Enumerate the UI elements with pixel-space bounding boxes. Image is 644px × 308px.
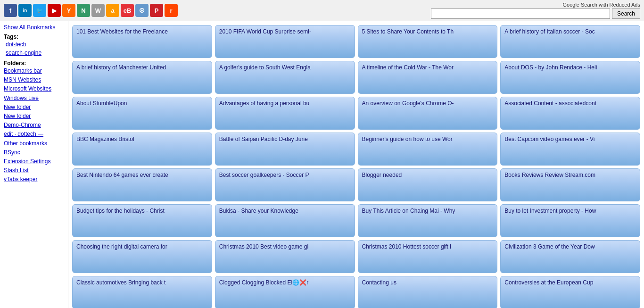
facebook-icon[interactable]: f xyxy=(4,4,17,17)
folders-list: Bookmarks barMSN WebsitesMicrosoft Websi… xyxy=(4,67,64,184)
content-area: 101 Best Websites for the Freelance2010 … xyxy=(68,21,644,308)
bookmark-tile[interactable]: A brief history of Italian soccer - Soc xyxy=(500,25,640,58)
bookmark-title: 2010 FIFA World Cup Surprise semi- xyxy=(219,28,311,36)
sidebar-folder[interactable]: Stash List xyxy=(4,166,64,175)
sidebar-folder[interactable]: Windows Live xyxy=(4,94,64,103)
wikipedia-icon[interactable]: W xyxy=(91,4,105,17)
bookmark-tile[interactable]: 5 Sites to Share Your Contents to Th xyxy=(358,25,498,58)
main-layout: Show All Bookmarks Tags: dot-techsearch-… xyxy=(0,21,644,308)
bookmark-title: Books Reviews Review Stream.com xyxy=(504,172,595,179)
tags-list: dot-techsearch-engine xyxy=(4,40,64,57)
bookmark-title: Best Capcom video games ever - Vi xyxy=(504,136,594,143)
bookmark-tile[interactable]: An overview on Google's Chrome O- xyxy=(358,97,498,130)
sidebar-folder[interactable]: MSN Websites xyxy=(4,75,64,84)
bookmark-title: Blogger needed xyxy=(362,172,402,179)
sidebar-folder[interactable]: New folder xyxy=(4,112,64,121)
bookmark-tile[interactable]: Bukisa - Share your Knowledge xyxy=(215,204,355,237)
search-label: Google Search with Reduced Ads xyxy=(563,2,641,8)
bookmark-title: BBC Magazines Bristol xyxy=(76,136,134,143)
bookmark-title: Best soccer goalkeepers - Soccer P xyxy=(219,172,309,179)
bookmark-tile[interactable]: Blogger needed xyxy=(358,168,498,201)
bookmark-tile[interactable]: Contacting us xyxy=(358,276,498,308)
bookmark-tile[interactable]: Choosing the right digital camera for xyxy=(72,240,212,273)
bookmark-tile[interactable]: Best soccer goalkeepers - Soccer P xyxy=(215,168,355,201)
sidebar: Show All Bookmarks Tags: dot-techsearch-… xyxy=(0,21,68,308)
bookmark-tile[interactable]: A brief history of Manchester United xyxy=(72,61,212,94)
bookmark-tile[interactable]: Best Capcom video games ever - Vi xyxy=(500,133,640,166)
search-input[interactable] xyxy=(431,8,610,19)
bookmark-title: Advantages of having a personal bu xyxy=(219,100,309,108)
bookmark-tile[interactable]: Controversies at the European Cup xyxy=(500,276,640,308)
sidebar-tag-search-engine[interactable]: search-engine xyxy=(6,49,64,57)
bookmark-title: Best Nintendo 64 games ever create xyxy=(76,172,168,179)
bookmark-title: Budget tips for the holidays - Christ xyxy=(76,208,165,215)
bookmark-tile[interactable]: Beginner's guide on how to use Wor xyxy=(358,133,498,166)
ebay-icon[interactable]: eB xyxy=(121,4,134,17)
sidebar-tag-dot-tech[interactable]: dot-tech xyxy=(6,40,64,49)
bookmark-title: Bukisa - Share your Knowledge xyxy=(219,208,298,215)
sidebar-folder[interactable]: Bookmarks bar xyxy=(4,67,64,75)
bookmark-title: Choosing the right digital camera for xyxy=(76,243,167,251)
bookmark-title: About StumbleUpon xyxy=(76,100,127,108)
bookmark-title: A brief history of Manchester United xyxy=(76,64,166,72)
bookmark-tile[interactable]: 101 Best Websites for the Freelance xyxy=(72,25,212,58)
bookmark-tile[interactable]: 2010 FIFA World Cup Surprise semi- xyxy=(215,25,355,58)
bookmark-tile[interactable]: Classic automotives Bringing back t xyxy=(72,276,212,308)
bookmark-tile[interactable]: Christmas 2010 Hottest soccer gift i xyxy=(358,240,498,273)
bookmark-title: Controversies at the European Cup xyxy=(504,279,593,287)
bookmark-tile[interactable]: Clogged Clogging Blocked Ei🌐❌r xyxy=(215,276,355,308)
twitter-icon[interactable]: 🐦 xyxy=(33,4,46,17)
bookmark-tile[interactable]: Budget tips for the holidays - Christ xyxy=(72,204,212,237)
bookmark-tile[interactable]: A golfer's guide to South West Engla xyxy=(215,61,355,94)
bookmark-title: Christmas 2010 Hottest soccer gift i xyxy=(362,243,451,251)
bookmark-tile[interactable]: Best Nintendo 64 games ever create xyxy=(72,168,212,201)
bookmark-title: 5 Sites to Share Your Contents to Th xyxy=(362,28,454,36)
sidebar-folder[interactable]: edit · dottech — xyxy=(4,130,64,139)
reddit-icon[interactable]: r xyxy=(165,4,178,17)
sidebar-folder[interactable]: Microsoft Websites xyxy=(4,84,64,93)
tags-label: Tags: xyxy=(4,33,18,40)
social-icons-container: fin🐦▶YNWaeB☮Pr xyxy=(4,4,178,17)
pinterest-icon[interactable]: P xyxy=(150,4,163,17)
amazon-icon[interactable]: a xyxy=(106,4,119,17)
folders-label: Folders: xyxy=(4,60,64,67)
bookmark-tile[interactable]: Christmas 2010 Best video game gi xyxy=(215,240,355,273)
bookmarks-grid: 101 Best Websites for the Freelance2010 … xyxy=(72,25,640,308)
hackernews-icon[interactable]: Y xyxy=(62,4,75,17)
bookmark-title: Civilization 3 Game of the Year Dow xyxy=(504,243,594,251)
bookmark-tile[interactable]: Buy to let Investment property - How xyxy=(500,204,640,237)
bookmark-tile[interactable]: Associated Content - associatedcont xyxy=(500,97,640,130)
bookmark-tile[interactable]: Advantages of having a personal bu xyxy=(215,97,355,130)
bookmark-title: An overview on Google's Chrome O- xyxy=(362,100,454,108)
sidebar-folder[interactable]: Other bookmarks xyxy=(4,139,64,148)
bookmark-title: 101 Best Websites for the Freelance xyxy=(76,28,168,36)
show-all-bookmarks-link[interactable]: Show All Bookmarks xyxy=(4,24,64,31)
sidebar-folder[interactable]: Demo-Chrome xyxy=(4,121,64,130)
bookmark-title: A brief history of Italian soccer - Soc xyxy=(504,28,594,36)
bookmark-tile[interactable]: Civilization 3 Game of the Year Dow xyxy=(500,240,640,273)
sidebar-folder[interactable]: BSync xyxy=(4,148,64,157)
linkedin-icon[interactable]: in xyxy=(18,4,32,17)
youtube-icon[interactable]: ▶ xyxy=(48,4,61,17)
newsvine-icon[interactable]: N xyxy=(77,4,90,17)
bookmark-tile[interactable]: Books Reviews Review Stream.com xyxy=(500,168,640,201)
bookmark-title: Buy This Article on Chaing Mai - Why xyxy=(362,208,455,215)
search-row: Search xyxy=(431,8,640,19)
sidebar-folder[interactable]: New folder xyxy=(4,103,64,112)
bookmark-title: Classic automotives Bringing back t xyxy=(76,279,165,287)
bookmark-tile[interactable]: About DOS - by John Rendace - Heli xyxy=(500,61,640,94)
search-area: Google Search with Reduced Ads Search xyxy=(431,2,640,19)
bookmark-tile[interactable]: A timeline of the Cold War - The Wor xyxy=(358,61,498,94)
bookmark-title: Battle of Saipan Pacific D-day June xyxy=(219,136,308,143)
bookmark-tile[interactable]: Buy This Article on Chaing Mai - Why xyxy=(358,204,498,237)
bookmark-tile[interactable]: Battle of Saipan Pacific D-day June xyxy=(215,133,355,166)
bookmark-title: Buy to let Investment property - How xyxy=(504,208,596,215)
sidebar-folder[interactable]: vTabs keeper xyxy=(4,175,64,184)
sidebar-folder[interactable]: Extension Settings xyxy=(4,157,64,166)
bookmark-tile[interactable]: About StumbleUpon xyxy=(72,97,212,130)
peace-icon[interactable]: ☮ xyxy=(135,4,149,17)
bookmark-title: A timeline of the Cold War - The Wor xyxy=(362,64,454,72)
search-button[interactable]: Search xyxy=(612,8,640,19)
bookmark-title: Clogged Clogging Blocked Ei🌐❌r xyxy=(219,279,308,287)
bookmark-tile[interactable]: BBC Magazines Bristol xyxy=(72,133,212,166)
